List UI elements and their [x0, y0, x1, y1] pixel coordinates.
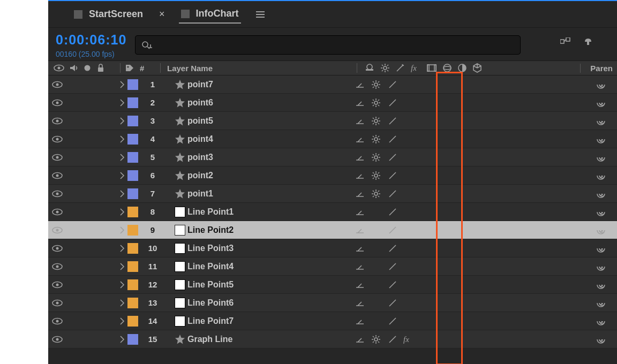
- collapse-switch[interactable]: [371, 188, 381, 200]
- label-color-swatch[interactable]: [127, 298, 138, 308]
- layer-row[interactable]: 2 point6: [48, 94, 617, 112]
- layer-name[interactable]: point5: [187, 116, 348, 126]
- layer-name[interactable]: point3: [187, 153, 348, 162]
- parent-column-header[interactable]: Paren: [580, 64, 617, 73]
- label-color-swatch[interactable]: [127, 243, 138, 254]
- motionblur-switch-header-icon[interactable]: [443, 64, 452, 72]
- collapse-switch[interactable]: [371, 170, 381, 181]
- lock-column-icon[interactable]: [96, 64, 105, 72]
- fx-switch[interactable]: [403, 261, 413, 272]
- layer-row[interactable]: 5 point3: [48, 148, 617, 166]
- layer-name[interactable]: point2: [187, 171, 348, 180]
- fx-switch[interactable]: [403, 206, 413, 218]
- visibility-toggle[interactable]: [48, 208, 66, 216]
- parent-pickwhip-icon[interactable]: [587, 334, 617, 345]
- label-color-swatch[interactable]: [127, 334, 138, 345]
- shy-switch[interactable]: [355, 151, 365, 163]
- collapse-switch[interactable]: [371, 333, 381, 345]
- layer-row[interactable]: 15 Graph Line: [48, 330, 617, 348]
- twirl-icon[interactable]: [117, 117, 127, 125]
- label-color-swatch[interactable]: [127, 134, 138, 145]
- visibility-toggle[interactable]: [48, 336, 66, 343]
- label-color-swatch[interactable]: [127, 225, 138, 236]
- layer-row[interactable]: 13 Line Point6: [48, 294, 617, 312]
- label-color-swatch[interactable]: [127, 261, 138, 272]
- layer-row[interactable]: 3 point5: [48, 112, 617, 130]
- parent-pickwhip-icon[interactable]: [587, 298, 617, 308]
- fx-switch[interactable]: [403, 333, 413, 345]
- solo-column-icon[interactable]: [84, 64, 91, 72]
- twirl-icon[interactable]: [117, 280, 127, 289]
- visibility-toggle[interactable]: [48, 135, 66, 143]
- label-color-swatch[interactable]: [127, 79, 138, 90]
- visibility-toggle[interactable]: [48, 81, 66, 88]
- tab-infochart[interactable]: InfoChart: [179, 5, 241, 24]
- quality-switch[interactable]: [387, 279, 397, 291]
- shy-switch[interactable]: [355, 188, 365, 200]
- label-color-swatch[interactable]: [127, 279, 138, 290]
- visibility-toggle[interactable]: [48, 190, 66, 198]
- shy-switch[interactable]: [355, 133, 365, 145]
- visibility-toggle[interactable]: [48, 299, 66, 307]
- adjustment-switch-header-icon[interactable]: [458, 64, 466, 72]
- collapse-switch[interactable]: [371, 315, 381, 327]
- shy-switch[interactable]: [355, 279, 365, 291]
- shy-switch[interactable]: [355, 333, 365, 345]
- collapse-switch[interactable]: [371, 79, 381, 90]
- parent-pickwhip-icon[interactable]: [587, 116, 617, 126]
- layer-row[interactable]: 8 Line Point1: [48, 203, 617, 221]
- parent-pickwhip-icon[interactable]: [587, 316, 617, 327]
- twirl-icon[interactable]: [117, 189, 127, 198]
- visibility-toggle[interactable]: [48, 172, 66, 179]
- quality-switch[interactable]: [387, 261, 397, 272]
- quality-switch[interactable]: [387, 151, 397, 163]
- visibility-toggle[interactable]: [48, 226, 66, 234]
- twirl-icon[interactable]: [117, 244, 127, 253]
- label-color-swatch[interactable]: [127, 170, 138, 181]
- collapse-switch[interactable]: [371, 279, 381, 291]
- layer-row[interactable]: 6 point2: [48, 166, 617, 185]
- layer-row[interactable]: 9 Line Point2: [48, 221, 617, 239]
- twirl-icon[interactable]: [117, 262, 127, 271]
- video-column-icon[interactable]: [54, 64, 64, 72]
- quality-switch[interactable]: [387, 170, 397, 181]
- twirl-icon[interactable]: [117, 80, 127, 89]
- collapse-switch[interactable]: [371, 206, 381, 218]
- twirl-icon[interactable]: [117, 335, 127, 344]
- shy-switch[interactable]: [355, 115, 365, 127]
- layer-name[interactable]: Line Point2: [187, 225, 348, 235]
- shy-switch[interactable]: [355, 79, 365, 90]
- shy-switch[interactable]: [355, 206, 365, 218]
- fx-switch-header-icon[interactable]: [411, 64, 420, 72]
- layer-name[interactable]: Line Point1: [187, 207, 348, 217]
- label-color-swatch[interactable]: [127, 188, 138, 199]
- layer-row[interactable]: 10 Line Point3: [48, 239, 617, 257]
- quality-switch[interactable]: [387, 115, 397, 127]
- twirl-icon[interactable]: [117, 226, 127, 234]
- shy-switch[interactable]: [355, 224, 365, 236]
- quality-switch[interactable]: [387, 297, 397, 309]
- layer-name[interactable]: Line Point7: [187, 316, 348, 326]
- collapse-switch[interactable]: [371, 261, 381, 272]
- twirl-icon[interactable]: [117, 317, 127, 325]
- fx-switch[interactable]: [403, 297, 413, 309]
- quality-switch[interactable]: [387, 315, 397, 327]
- quality-switch[interactable]: [387, 206, 397, 218]
- twirl-icon[interactable]: [117, 299, 127, 307]
- layer-row[interactable]: 1 point7: [48, 75, 617, 94]
- label-color-swatch[interactable]: [127, 116, 138, 126]
- audio-column-icon[interactable]: [70, 64, 78, 72]
- visibility-toggle[interactable]: [48, 281, 66, 289]
- layer-name[interactable]: point1: [187, 189, 348, 199]
- shy-switch[interactable]: [355, 242, 365, 254]
- shy-switch[interactable]: [355, 315, 365, 327]
- label-color-swatch[interactable]: [127, 152, 138, 163]
- parent-pickwhip-icon[interactable]: [587, 225, 617, 236]
- fx-switch[interactable]: [403, 242, 413, 254]
- parent-pickwhip-icon[interactable]: [587, 152, 617, 163]
- shy-switch[interactable]: [355, 97, 365, 109]
- layer-row[interactable]: 12 Line Point5: [48, 276, 617, 294]
- parent-pickwhip-icon[interactable]: [587, 279, 617, 290]
- quality-switch-header-icon[interactable]: [396, 64, 404, 72]
- quality-switch[interactable]: [387, 188, 397, 200]
